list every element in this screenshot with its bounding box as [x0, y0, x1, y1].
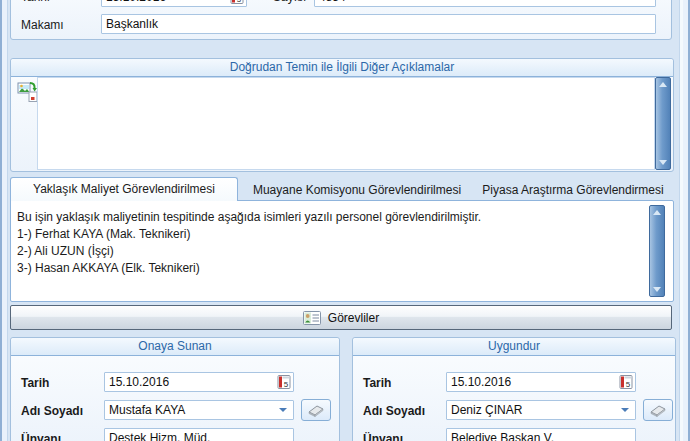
chevron-down-icon[interactable]: [279, 408, 287, 412]
aciklamalar-group-title: Doğrudan Temin ile İlgili Diğer Açıklama…: [11, 59, 673, 77]
tarih-input[interactable]: [446, 372, 636, 392]
gorevlendirme-line: 1-) Ferhat KAYA (Mak. Teknikeri): [17, 226, 647, 243]
tab-piyasa-arastirma-gorevlendirmesi[interactable]: Piyasa Araştırma Görevlendirmesi: [474, 179, 672, 201]
direct-procurement-form: Tarihi 5 Sayısı Makamı Doğrudan Temin il…: [0, 0, 690, 441]
adi-soyadi-label: Adı Soyadı: [363, 404, 425, 418]
scroll-down-arrow[interactable]: [653, 287, 661, 292]
adi-soyadi-input[interactable]: [104, 400, 294, 420]
tarih-datefield: 5: [104, 372, 294, 392]
unvani-input[interactable]: [446, 428, 636, 441]
gorevlendirme-line: 3-) Hasan AKKAYA (Elk. Teknikeri): [17, 260, 647, 277]
window-left-edge: [0, 0, 8, 441]
uygundur-title: Uygundur: [353, 338, 675, 356]
tab-muayane-komisyonu-gorevlendirilmesi[interactable]: Muayane Komisyonu Görevlendirilmesi: [244, 179, 470, 201]
tarih-label: Tarih: [363, 376, 391, 390]
adi-soyadi-label: Adı Soyadı: [21, 404, 83, 418]
tarihi-label: Tarihi: [21, 0, 50, 4]
adi-soyadi-input[interactable]: [446, 400, 636, 420]
makami-label: Makamı: [21, 18, 64, 32]
tarih-label: Tarih: [21, 376, 49, 390]
calendar-icon[interactable]: 5: [230, 0, 244, 5]
svg-text:5: 5: [626, 380, 631, 389]
makami-fieldwrap: [101, 14, 656, 34]
aciklamalar-scrollbar[interactable]: [655, 77, 671, 170]
tarihi-input[interactable]: [101, 0, 247, 7]
adi-soyadi-combobox: [446, 400, 636, 420]
eraser-icon: [648, 404, 668, 417]
sayisi-input[interactable]: [314, 0, 656, 7]
contacts-icon: [303, 311, 321, 325]
onaya-sunan-group: Onaya Sunan Tarih 5 Adı Soyadı Ünvanı: [10, 337, 340, 441]
tarihi-datefield: 5: [101, 0, 247, 7]
unvani-input[interactable]: [104, 428, 294, 441]
insert-image-icon: [17, 81, 39, 103]
chevron-down-icon[interactable]: [621, 408, 629, 412]
unvani-label: Ünvanı: [363, 432, 403, 441]
gorevliler-button-label: Görevliler: [328, 311, 379, 325]
uygundur-group: Uygundur Tarih 5 Adı Soyadı Ünvanı: [352, 337, 676, 441]
yaklasik-maliyet-tab-panel: Bu işin yaklaşık maliyetinin tespitinde …: [10, 200, 674, 302]
aciklamalar-group: Doğrudan Temin ile İlgili Diğer Açıklama…: [10, 58, 674, 172]
scroll-down-arrow[interactable]: [659, 160, 667, 165]
unvani-fieldwrap: [104, 428, 294, 441]
tarih-datefield: 5: [446, 372, 636, 392]
gorevlendirme-text[interactable]: Bu işin yaklaşık maliyetinin tespitinde …: [17, 209, 647, 277]
calendar-icon[interactable]: 5: [619, 374, 633, 390]
document-info-group: Tarihi 5 Sayısı Makamı: [10, 0, 672, 40]
gorevliler-button[interactable]: Görevliler: [10, 305, 672, 330]
scroll-up-arrow[interactable]: [659, 82, 667, 87]
tab-panel-scrollbar[interactable]: [649, 205, 665, 297]
svg-text:5: 5: [284, 380, 289, 389]
unvani-label: Ünvanı: [21, 432, 61, 441]
window-right-edge: [679, 0, 690, 441]
gorevlendirme-line: Bu işin yaklaşık maliyetinin tespitinde …: [17, 209, 647, 226]
eraser-icon: [306, 404, 326, 417]
calendar-icon[interactable]: 5: [277, 374, 291, 390]
clear-name-button[interactable]: [643, 399, 673, 421]
svg-text:5: 5: [237, 0, 242, 4]
aciklamalar-textarea[interactable]: [37, 77, 655, 170]
tarih-input[interactable]: [104, 372, 294, 392]
makami-input[interactable]: [101, 14, 656, 34]
gorevlendirme-line: 2-) Ali UZUN (İşçi): [17, 243, 647, 260]
unvani-fieldwrap: [446, 428, 636, 441]
adi-soyadi-combobox: [104, 400, 294, 420]
onaya-sunan-title: Onaya Sunan: [11, 338, 339, 356]
scroll-up-arrow[interactable]: [653, 210, 661, 215]
sayisi-fieldwrap: [314, 0, 656, 7]
tab-yaklasik-maliyet-gorevlendirilmesi[interactable]: Yaklaşık Maliyet Görevlendirilmesi: [10, 177, 238, 201]
sayisi-label: Sayısı: [273, 0, 306, 4]
clear-name-button[interactable]: [301, 399, 331, 421]
